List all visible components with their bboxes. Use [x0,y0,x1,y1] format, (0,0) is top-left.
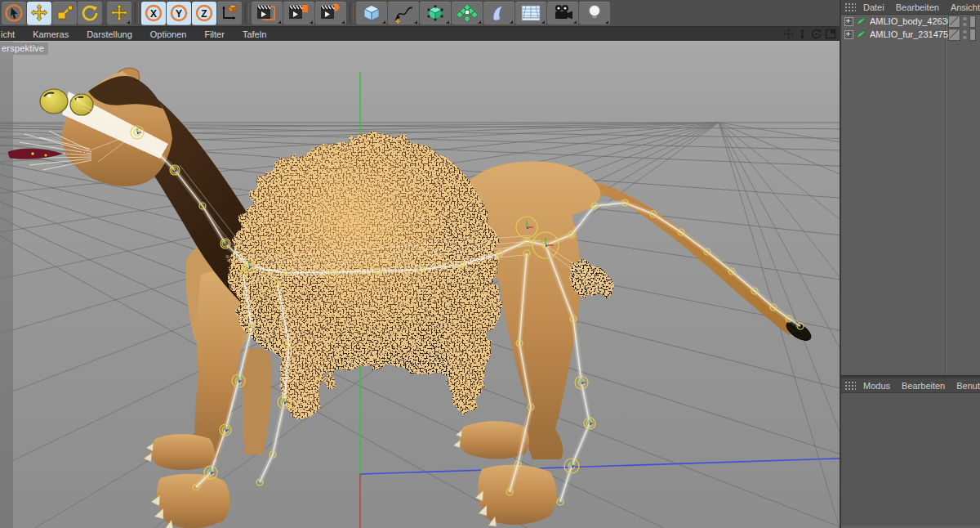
rotate-tool-button[interactable] [78,2,102,25]
menu-kameras[interactable]: Kameras [24,29,78,39]
visibility-dot-editor[interactable] [963,30,967,34]
expand-icon[interactable] [844,17,853,26]
floor-grid-icon [519,2,542,24]
add-generator-button[interactable] [420,2,451,25]
lock-x-axis-button[interactable]: X [141,2,166,25]
om-menu-ansicht[interactable]: Ansicht [945,2,980,12]
menu-optionen[interactable]: Optionen [141,29,196,39]
svg-text:X: X [150,8,157,20]
move-icon [29,3,49,23]
viewport-menubar: icht Kameras Darstellung Optionen Filter… [0,27,840,41]
lock-z-axis-button[interactable]: Z [192,2,216,25]
scale-tool-button[interactable] [52,2,77,25]
object-manager[interactable]: AMLIO_body_42630 AMLIO_fur_2314752 [841,15,980,375]
object-row[interactable]: AMLIO_body_42630 [841,15,980,28]
spline-pen-icon [392,2,415,24]
render-clapperboard-icon [255,2,279,24]
render-picture-viewer-button[interactable] [283,2,314,25]
rotate-view-icon[interactable] [811,29,822,39]
streak-dot [44,154,47,156]
pan-view-icon[interactable] [783,29,794,39]
am-menu-benutzer[interactable]: Benutzer [951,381,980,391]
add-light-button[interactable] [579,2,610,25]
coordinate-axes-cube-icon [219,3,240,23]
visibility-dot-render[interactable] [963,36,967,40]
attribute-manager-menubar: Modus Bearbeiten Benutzer [841,378,980,393]
cube-icon [360,2,383,24]
render-picture-icon [287,2,311,24]
add-cube-button[interactable] [356,2,387,25]
object-toggles [948,16,976,28]
menu-tafeln[interactable]: Tafeln [234,29,275,39]
om-menu-bearbeiten[interactable]: Bearbeiten [890,2,945,12]
add-spline-button[interactable] [388,2,419,25]
add-environment-button[interactable] [515,2,546,25]
move-icon [109,3,129,23]
selection-arrow-icon [4,3,24,23]
lock-y-axis-button[interactable]: Y [167,2,191,25]
move-tool-button[interactable] [27,2,51,25]
toggle-clipped[interactable] [969,16,976,28]
toggle-clipped[interactable] [969,29,976,41]
object-manager-menubar: Datei Bearbeiten Ansicht Ob [841,0,980,15]
bend-deformer-icon [488,2,510,24]
add-camera-button[interactable] [547,2,578,25]
lion-front-paw [157,474,230,528]
panel-grip-icon[interactable] [844,381,856,390]
light-bulb-icon [583,2,606,24]
render-settings-gear-icon [318,2,343,24]
editable-cube-icon [424,2,447,24]
add-modeling-button[interactable] [452,2,483,25]
live-selection-button[interactable] [2,2,26,25]
object-toggles [948,29,976,41]
menu-darstellung[interactable]: Darstellung [78,29,141,39]
layer-toggle-icon[interactable] [948,29,960,41]
add-deformer-button[interactable] [483,2,514,25]
y-axis-icon: Y [169,3,189,23]
coordinate-system-button[interactable] [217,2,242,25]
svg-text:Z: Z [201,8,207,20]
rotate-icon [80,3,100,23]
menu-ansicht[interactable]: icht [0,29,24,39]
am-menu-bearbeiten[interactable]: Bearbeiten [896,381,951,391]
am-menu-modus[interactable]: Modus [858,381,896,391]
bone-object-icon [856,29,866,39]
svg-text:Y: Y [176,8,182,20]
streak-dot [31,152,34,155]
lion-front-paw [151,434,215,470]
visibility-dot-render[interactable] [963,23,967,27]
scale-icon [55,3,74,23]
panel-grip-icon[interactable] [844,2,856,11]
viewport-label[interactable]: erspektive [0,43,48,55]
layer-toggle-icon[interactable] [948,16,960,28]
viewport-canvas[interactable] [0,42,840,528]
object-manager-column-divider [945,15,947,375]
camera-icon [551,2,574,24]
cluster-icon [456,2,479,24]
x-axis-icon: X [144,3,163,23]
z-axis-icon: Z [194,3,214,23]
zoom-view-icon[interactable] [797,29,808,39]
bone-object-icon [856,16,866,26]
last-used-tool-button[interactable] [107,2,131,25]
viewport-left-shade [0,42,13,528]
cinema4d-window: X Y Z [0,0,980,528]
main-toolbar: X Y Z [0,0,840,27]
menu-filter[interactable]: Filter [195,29,233,39]
maximize-view-icon[interactable] [825,29,836,39]
om-menu-datei[interactable]: Datei [858,2,890,12]
object-row[interactable]: AMLIO_fur_2314752 [841,28,980,41]
render-view-button[interactable] [252,2,283,25]
viewport-3d[interactable]: erspektive [0,41,840,528]
expand-icon[interactable] [844,30,853,39]
render-settings-button[interactable] [315,2,346,25]
visibility-dot-editor[interactable] [963,17,967,21]
attribute-manager[interactable] [841,393,980,526]
right-panel: Datei Bearbeiten Ansicht Ob AMLIO_body_4… [840,0,980,528]
